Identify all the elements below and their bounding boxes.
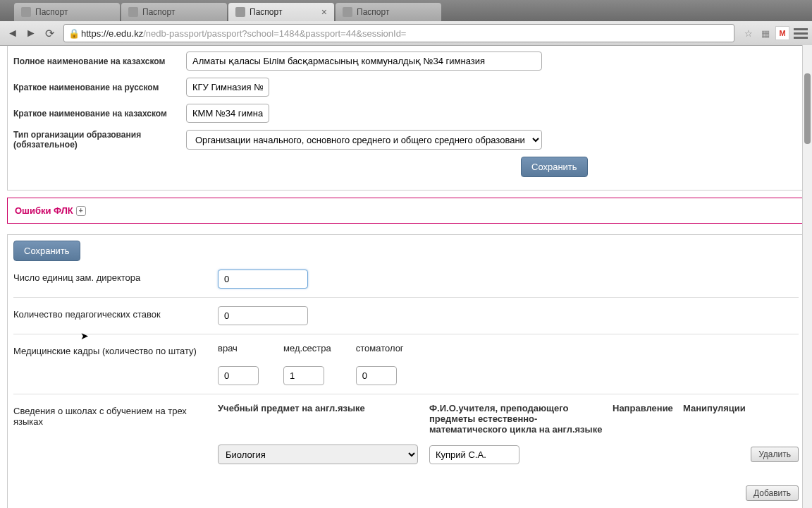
page-icon (21, 7, 31, 17)
dentist-input[interactable] (356, 366, 397, 385)
tab-title: Паспорт (250, 7, 282, 17)
delete-button[interactable]: Удалить (751, 447, 799, 462)
doctor-input[interactable] (218, 366, 259, 385)
dentist-label: стоматолог (356, 343, 404, 353)
tab-bar: Паспорт Паспорт Паспорт × Паспорт (0, 0, 812, 21)
short-name-kz-input[interactable] (186, 104, 269, 123)
extension-icon[interactable]: ▦ (758, 26, 773, 40)
th-direction: Направление (613, 403, 683, 435)
reload-button[interactable]: ⟳ (41, 25, 58, 42)
bookmark-icon[interactable]: ☆ (742, 26, 756, 40)
trilang-label: Сведения о школах с обучением на трех яз… (13, 403, 218, 501)
short-name-kz-label: Краткое наименование на казахском (13, 109, 186, 119)
tab-title: Паспорт (357, 7, 389, 17)
errors-title: Ошибки ФЛК (15, 205, 73, 216)
header-form-section: Полное наименование на казахском Краткое… (7, 46, 805, 190)
save-button[interactable]: Сохранить (521, 157, 588, 177)
org-type-label: Тип организации образования (обязательно… (13, 130, 186, 150)
errors-panel[interactable]: Ошибки ФЛК + (7, 198, 805, 224)
nurse-input[interactable] (283, 366, 324, 385)
page-icon (235, 7, 245, 17)
tab-title: Паспорт (35, 7, 68, 17)
short-name-ru-label: Краткое наименование на русском (13, 83, 186, 92)
ped-stakes-label: Количество педагогических ставок (13, 306, 218, 325)
deputy-units-input[interactable] (218, 270, 308, 289)
vertical-scrollbar[interactable] (802, 45, 812, 508)
doctor-label: врач (218, 343, 238, 353)
url-host: https://e.edu.kz (81, 28, 143, 39)
browser-tab[interactable]: Паспорт (14, 3, 120, 21)
page-icon (343, 7, 352, 17)
expand-icon[interactable]: + (76, 206, 86, 216)
toolbar: ◄ ► ⟳ 🔒 https://e.edu.kz /nedb-passport/… (0, 21, 812, 45)
forward-button[interactable]: ► (23, 25, 39, 42)
data-section: Сохранить Число единиц зам. директора Ко… (7, 234, 805, 508)
browser-tab[interactable]: Паспорт (336, 3, 441, 21)
deputy-units-label: Число единиц зам. директора (13, 270, 218, 289)
close-icon[interactable]: × (321, 6, 327, 18)
url-path: /nedb-passport/passport?school=1484&pass… (143, 28, 406, 39)
th-manipulation: Манипуляции (683, 403, 753, 435)
tab-title: Паспорт (142, 7, 175, 17)
full-name-kz-label: Полное наименование на казахском (13, 56, 186, 66)
org-type-select[interactable]: Организации начального, основного средне… (186, 130, 542, 150)
page-icon (128, 7, 138, 17)
th-teacher: Ф.И.О.учителя, преподающего предметы ест… (429, 403, 613, 435)
th-subject: Учебный предмет на англ.языке (218, 403, 429, 435)
lock-icon: 🔒 (68, 28, 78, 38)
gmail-icon[interactable]: M (775, 26, 789, 40)
scroll-thumb[interactable] (804, 73, 811, 144)
browser-tab[interactable]: Паспорт (121, 3, 227, 21)
add-button[interactable]: Добавить (746, 485, 799, 501)
full-name-kz-input[interactable] (186, 52, 542, 71)
short-name-ru-input[interactable] (186, 78, 269, 97)
back-button[interactable]: ◄ (4, 25, 21, 42)
subject-select[interactable]: Биология (218, 445, 418, 464)
hamburger-menu-icon[interactable] (794, 26, 808, 40)
med-staff-label: Медицинские кадры (количество по штату) (13, 343, 218, 385)
nurse-label: мед.сестра (283, 343, 331, 353)
ped-stakes-input[interactable] (218, 306, 308, 325)
browser-tab-active[interactable]: Паспорт × (228, 3, 334, 21)
teacher-input[interactable] (429, 445, 519, 464)
url-bar[interactable]: 🔒 https://e.edu.kz /nedb-passport/passpo… (63, 24, 734, 42)
save-button-2[interactable]: Сохранить (13, 241, 80, 261)
